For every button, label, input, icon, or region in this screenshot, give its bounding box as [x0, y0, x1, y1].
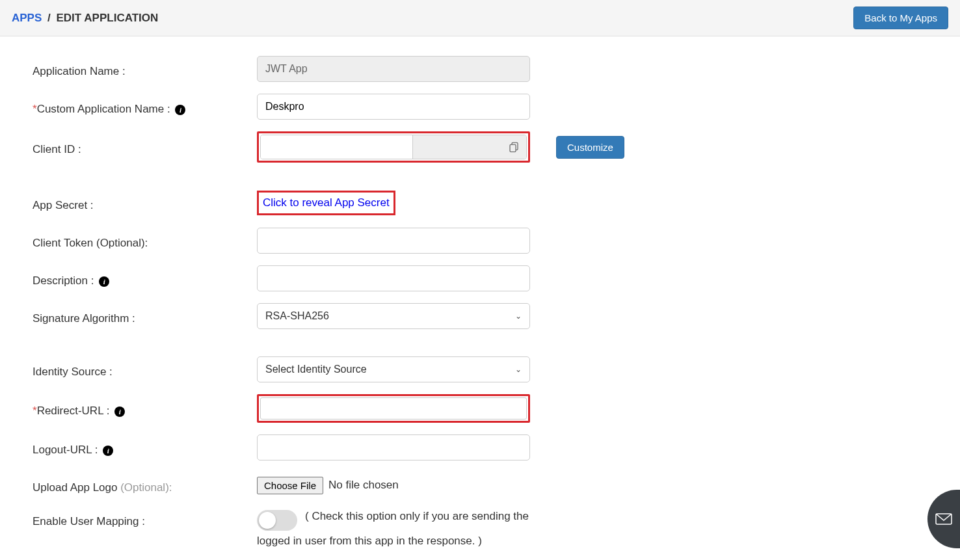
- breadcrumb-apps-link[interactable]: APPS: [12, 12, 42, 24]
- client-id-input[interactable]: [261, 135, 412, 159]
- info-icon[interactable]: i: [175, 105, 185, 115]
- file-chosen-status: No file chosen: [328, 479, 399, 492]
- customize-button[interactable]: Customize: [556, 136, 624, 159]
- edit-application-form: Application Name : JWT App *Custom Appli…: [0, 36, 960, 560]
- breadcrumb-separator: /: [47, 12, 51, 24]
- breadcrumb: APPS / EDIT APPLICATION: [12, 12, 158, 25]
- identity-source-select[interactable]: Select Identity Source ⌄: [257, 356, 530, 382]
- header-bar: APPS / EDIT APPLICATION Back to My Apps: [0, 0, 960, 36]
- info-icon[interactable]: i: [114, 407, 125, 417]
- toggle-knob: [259, 512, 276, 529]
- chevron-down-icon: ⌄: [515, 312, 522, 321]
- reveal-app-secret-link[interactable]: Click to reveal App Secret: [259, 193, 393, 213]
- redirect-url-label: *Redirect-URL : i: [33, 399, 257, 418]
- client-id-highlight-box: [257, 131, 530, 163]
- required-marker: *: [33, 103, 37, 115]
- info-icon[interactable]: i: [103, 446, 113, 456]
- client-token-label: Client Token (Optional):: [33, 232, 257, 250]
- enable-user-mapping-label: Enable User Mapping :: [33, 510, 257, 528]
- redirect-url-input[interactable]: [260, 397, 527, 420]
- identity-source-value: Select Identity Source: [265, 364, 367, 375]
- logout-url-label: Logout-URL : i: [33, 438, 257, 457]
- signature-algorithm-label: Signature Algorithm :: [33, 307, 257, 325]
- client-id-label: Client ID :: [33, 138, 257, 156]
- custom-application-name-label: *Custom Application Name : i: [33, 98, 257, 116]
- description-input[interactable]: [257, 265, 530, 291]
- description-label: Description : i: [33, 269, 257, 287]
- enable-user-mapping-toggle[interactable]: [257, 510, 297, 531]
- logout-url-input[interactable]: [257, 434, 530, 460]
- copy-icon[interactable]: [508, 141, 520, 153]
- app-secret-highlight-box: Click to reveal App Secret: [257, 191, 395, 215]
- svg-rect-1: [510, 144, 516, 152]
- redirect-url-highlight-box: [257, 394, 530, 423]
- client-token-input[interactable]: [257, 228, 530, 254]
- chevron-down-icon: ⌄: [515, 365, 522, 374]
- user-mapping-note-line1: ( Check this option only if you are send…: [305, 510, 529, 523]
- breadcrumb-current: EDIT APPLICATION: [57, 12, 159, 24]
- info-icon[interactable]: i: [99, 276, 109, 287]
- application-name-label: Application Name :: [33, 60, 257, 78]
- required-marker: *: [33, 405, 37, 417]
- choose-file-button[interactable]: Choose File: [257, 477, 323, 494]
- user-mapping-note-line2: logged in user from this app in the resp…: [257, 535, 530, 548]
- identity-source-label: Identity Source :: [33, 360, 257, 379]
- application-name-field: JWT App: [257, 56, 530, 82]
- back-to-my-apps-button[interactable]: Back to My Apps: [853, 7, 948, 29]
- signature-algorithm-value: RSA-SHA256: [265, 310, 329, 322]
- signature-algorithm-select[interactable]: RSA-SHA256 ⌄: [257, 303, 530, 329]
- app-secret-label: App Secret :: [33, 194, 257, 212]
- custom-application-name-input[interactable]: [257, 94, 530, 120]
- upload-logo-label: Upload App Logo (Optional):: [33, 476, 257, 494]
- client-id-copy-addon: [412, 135, 526, 159]
- chat-icon: [933, 509, 954, 529]
